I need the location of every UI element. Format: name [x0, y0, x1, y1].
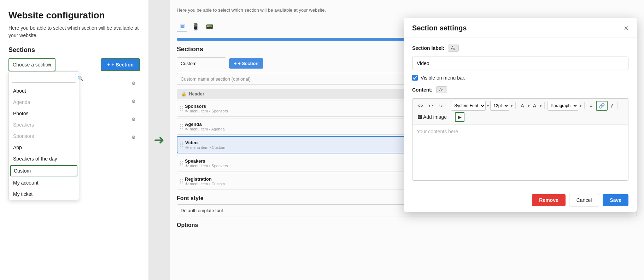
drag-handle[interactable]	[180, 161, 183, 165]
image-icon: 🖼	[417, 114, 422, 120]
rte-divider	[617, 102, 618, 109]
chevron-down-icon: ▾	[540, 104, 541, 108]
section-label-text: Section label:	[412, 45, 444, 51]
gear-button[interactable]: ⚙	[130, 79, 137, 87]
dropdown-search-input[interactable]	[12, 74, 76, 83]
mobile-device-btn[interactable]: 📟	[204, 22, 216, 31]
rte-image-label: Add image	[423, 114, 447, 120]
rte-undo-btn[interactable]: ↩	[427, 101, 435, 110]
middle-custom-select[interactable]: Custom	[177, 57, 226, 69]
drag-handle[interactable]	[180, 142, 183, 147]
chevron-down-icon: ▾	[511, 104, 513, 108]
rte-image-btn[interactable]: 🖼 Add image	[415, 113, 449, 121]
drag-handle[interactable]	[180, 124, 183, 129]
dropdown-item-custom[interactable]: Custom	[10, 165, 77, 176]
rte-code-btn[interactable]: <>	[415, 101, 425, 110]
middle-add-section-button[interactable]: + + Section	[229, 58, 263, 69]
search-icon-button[interactable]: 🔍	[76, 76, 85, 81]
remove-button[interactable]: Remove	[532, 194, 565, 206]
page-title: Website configuration	[8, 10, 140, 21]
modal-body: Section label: A₁ Visible on menu bar. C…	[404, 37, 637, 188]
rte-divider	[515, 102, 516, 109]
rte-embed-btn[interactable]: ▶	[455, 112, 464, 122]
rte-divider	[584, 102, 585, 109]
dropdown-item-my-ticket[interactable]: My ticket	[9, 188, 79, 200]
modal-close-button[interactable]: ×	[624, 24, 628, 32]
rich-text-editor: <> ↩ ↪ System Font ▾ 12pt ▾ A ▾ A	[412, 98, 628, 181]
rte-content-area[interactable]: Your contents here	[412, 124, 628, 181]
sections-heading: Sections	[8, 46, 140, 54]
section-label-input[interactable]	[412, 57, 628, 70]
dropdown-item-app[interactable]: App	[9, 142, 79, 153]
desktop-device-btn[interactable]: 🖥	[177, 22, 187, 31]
rte-redo-btn[interactable]: ↪	[437, 101, 445, 110]
middle-add-label: + Section	[238, 61, 258, 66]
page-description: Here you be able to select which section…	[8, 24, 140, 39]
chevron-down-icon: ▾	[528, 104, 529, 108]
dropdown-item-speakers-of-day[interactable]: Speakers of the day	[9, 153, 79, 164]
chevron-down-icon: ▾	[580, 104, 581, 108]
arrow-container: ➜	[148, 0, 170, 280]
left-panel: Website configuration Here you be able t…	[0, 0, 148, 280]
add-section-label: + Section	[111, 62, 134, 68]
gear-button[interactable]: ⚙	[130, 115, 137, 123]
rte-divider	[448, 102, 448, 109]
dropdown-item-my-account[interactable]: My account	[9, 177, 79, 188]
dropdown-item-agenda: Agenda	[9, 97, 79, 108]
save-button[interactable]: Save	[603, 194, 628, 206]
rte-font-size-select[interactable]: 12pt	[490, 101, 509, 111]
rte-placeholder-text: Your contents here	[417, 129, 458, 134]
dropdown-item-photos[interactable]: Photos	[9, 108, 79, 119]
rte-divider	[452, 113, 452, 121]
visible-checkbox-row: Visible on menu bar.	[412, 75, 628, 81]
chevron-down-icon: ▾	[487, 104, 489, 108]
dropdown-search: 🔍	[9, 72, 79, 85]
dropdown-item-sponsors: Sponsors	[9, 130, 79, 142]
modal-footer: Remove Cancel Save	[404, 188, 637, 212]
dropdown-item-about[interactable]: About	[9, 85, 79, 97]
rte-toolbar: <> ↩ ↪ System Font ▾ 12pt ▾ A ▾ A	[412, 98, 628, 124]
cancel-button[interactable]: Cancel	[569, 194, 599, 206]
gear-button[interactable]: ⚙	[130, 97, 137, 105]
lock-icon: 🔒	[181, 91, 187, 97]
section-label-row: Section label: A₁	[412, 45, 628, 52]
drag-handle[interactable]	[180, 179, 183, 183]
modal-header: Section settings ×	[404, 18, 637, 37]
options-title: Options	[177, 222, 637, 228]
rte-divider	[544, 102, 545, 109]
visible-label: Visible on menu bar.	[421, 75, 466, 81]
middle-panel: Here you be able to select which section…	[170, 0, 644, 280]
gear-button[interactable]: ⚙	[130, 133, 137, 141]
rte-italic-btn[interactable]: I	[609, 101, 615, 110]
rte-highlight-btn[interactable]: A	[531, 101, 538, 110]
content-label-text: Content:	[412, 87, 433, 93]
add-section-button[interactable]: + + Section	[101, 58, 140, 71]
rte-paragraph-select[interactable]: Paragraph	[548, 101, 578, 111]
rte-link-btn[interactable]: 🔗	[596, 101, 608, 111]
section-label-badge: A₁	[448, 45, 459, 52]
tablet-device-btn[interactable]: 📱	[189, 22, 201, 31]
rte-list-btn[interactable]: ≡	[587, 101, 595, 110]
rte-text-color-btn[interactable]: A	[519, 101, 526, 110]
modal-title: Section settings	[412, 24, 467, 32]
plus-icon: +	[107, 62, 110, 68]
visible-checkbox[interactable]	[412, 75, 418, 81]
section-controls: Choose a section 🔍 About Agenda Photos S…	[8, 58, 140, 71]
rte-font-family-select[interactable]: System Font	[451, 101, 486, 111]
arrow-right-icon: ➜	[154, 133, 164, 147]
middle-header-text: Here you be able to select which section…	[177, 7, 637, 13]
content-badge: A₁	[436, 86, 447, 93]
drag-handle[interactable]	[180, 106, 183, 111]
choose-section-select[interactable]: Choose a section	[8, 58, 55, 71]
section-settings-modal: Section settings × Section label: A₁ Vis…	[404, 18, 637, 212]
content-label-row: Content: A₁	[412, 86, 628, 93]
dropdown-menu: 🔍 About Agenda Photos Speakers Sponsors …	[8, 71, 79, 200]
dropdown-item-speakers: Speakers	[9, 119, 79, 130]
select-wrapper: Choose a section 🔍 About Agenda Photos S…	[8, 58, 98, 71]
